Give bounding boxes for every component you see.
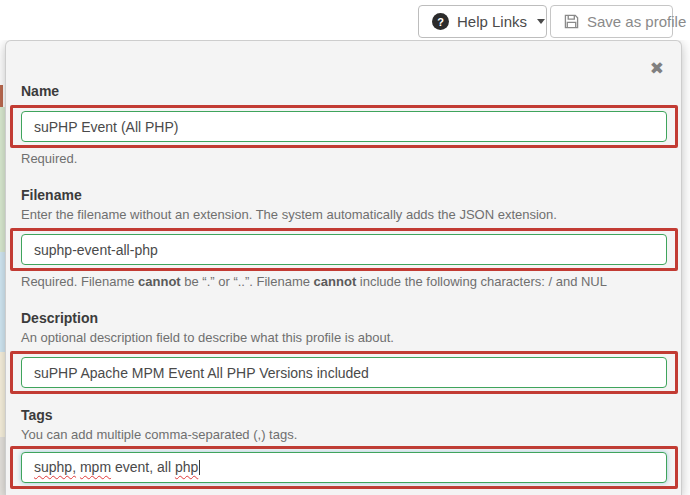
filename-helper-part: Required. Filename [21, 274, 138, 289]
filename-annotation-box [10, 228, 678, 271]
filename-input[interactable] [21, 234, 667, 265]
filename-helper-part: be “.” or “..”. Filename [181, 274, 314, 289]
description-input[interactable] [21, 357, 667, 388]
name-annotation-box [10, 105, 678, 148]
tags-description: You can add multiple comma-separated (,)… [21, 427, 666, 443]
filename-helper-bold: cannot [138, 274, 181, 289]
name-field-label: Name [21, 83, 666, 100]
tags-annotation-box: suphp, mpm event, all php [10, 446, 678, 489]
name-input[interactable] [21, 111, 667, 142]
name-helper-text: Required. [21, 151, 666, 167]
text-cursor [199, 460, 200, 475]
description-annotation-box [10, 351, 678, 394]
tags-word-misspelled: suphp, [34, 459, 76, 475]
tags-word-misspelled: mpm [80, 459, 111, 475]
help-question-icon: ? [432, 13, 449, 30]
filename-field-label: Filename [21, 187, 666, 204]
help-links-label: Help Links [457, 13, 527, 30]
tags-word: event, all [111, 459, 175, 475]
chevron-down-icon [537, 19, 545, 24]
toolbar: ? Help Links Save as profile [0, 0, 690, 40]
filename-helper-text: Required. Filename cannot be “.” or “..”… [21, 274, 666, 290]
description-description: An optional description field to describ… [21, 330, 666, 346]
background-stripe-orange [0, 85, 3, 107]
tags-word-misspelled: php [175, 459, 198, 475]
help-links-button[interactable]: ? Help Links [418, 5, 547, 38]
save-profile-modal: ✖ Name Required. Filename Enter the file… [5, 40, 682, 495]
filename-description: Enter the filename without an extension.… [21, 207, 666, 223]
filename-helper-part: include the following characters: / and … [356, 274, 607, 289]
save-as-profile-button[interactable]: Save as profile [550, 5, 673, 38]
close-icon[interactable]: ✖ [650, 60, 664, 77]
save-as-profile-label: Save as profile [587, 13, 686, 30]
description-field-label: Description [21, 310, 666, 327]
tags-field-label: Tags [21, 407, 666, 424]
tags-input[interactable]: suphp, mpm event, all php [21, 452, 667, 483]
save-floppy-icon [564, 14, 579, 29]
filename-helper-bold: cannot [314, 274, 357, 289]
